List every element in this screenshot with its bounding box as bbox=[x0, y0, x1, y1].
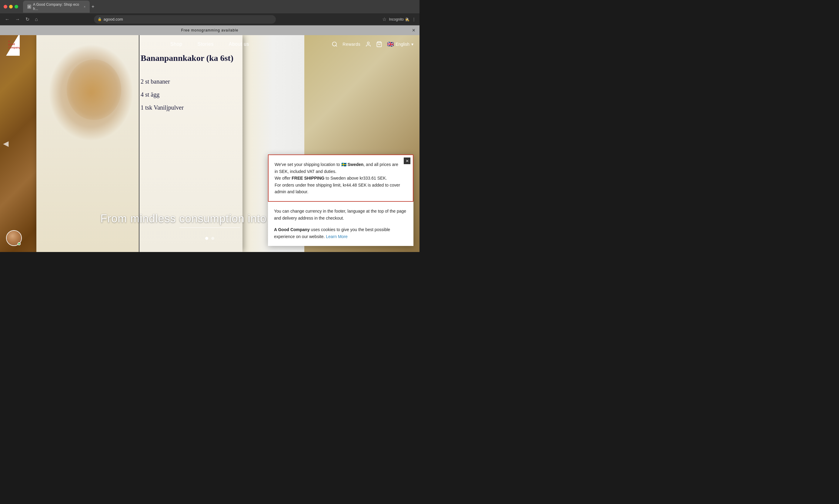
site-navigation: agoodcompany Shop Stories About us Rewar… bbox=[0, 35, 419, 53]
url-text: agood.com bbox=[104, 17, 123, 21]
cookie-company-name: A Good Company bbox=[274, 227, 310, 232]
svg-point-0 bbox=[333, 42, 336, 46]
shipping-text-1: We've set your shipping location to bbox=[275, 162, 340, 167]
nav-stories[interactable]: Stories bbox=[197, 41, 213, 47]
country-flag-emoji: 🇸🇪 bbox=[341, 162, 347, 167]
nav-links: Shop Stories About us bbox=[170, 41, 249, 47]
url-bar[interactable]: 🔒 agood.com bbox=[94, 15, 276, 24]
nav-right: Rewards 🇬🇧 English ▾ bbox=[332, 41, 414, 48]
top-banner: Free monogramming available × bbox=[0, 25, 419, 35]
tab-close-button[interactable]: × bbox=[84, 5, 86, 8]
site-content: Bananpannkakor (ka 6st) 2 st bananer 4 s… bbox=[0, 35, 419, 252]
handwriting-area: Bananpannkakor (ka 6st) 2 st bananer 4 s… bbox=[141, 53, 233, 111]
logo-wrapper[interactable]: agoodcompany bbox=[6, 35, 20, 56]
handwriting-title: Bananpannkakor (ka 6st) bbox=[141, 53, 233, 63]
popup-close-button[interactable]: ✕ bbox=[404, 158, 410, 164]
back-button[interactable]: ← bbox=[4, 15, 11, 23]
cart-button[interactable] bbox=[376, 41, 382, 47]
nav-shop[interactable]: Shop bbox=[170, 41, 182, 47]
rewards-button[interactable]: Rewards bbox=[343, 42, 361, 47]
free-shipping-label: FREE SHIPPING bbox=[292, 176, 324, 181]
address-bar: ← → ↻ ⌂ 🔒 agood.com ☆ Incognito 🕵 ⋮ bbox=[0, 13, 419, 25]
close-traffic-light[interactable] bbox=[4, 5, 7, 8]
traffic-lights bbox=[4, 5, 18, 8]
shipping-popup: ✕ We've set your shipping location to 🇸🇪… bbox=[268, 155, 414, 246]
currency-info-text: You can change currency in the footer, l… bbox=[274, 208, 407, 221]
logo-text: agoodcompany bbox=[8, 40, 20, 49]
slide-dots bbox=[205, 237, 214, 240]
bookmark-icon[interactable]: ☆ bbox=[382, 16, 386, 22]
banner-text: Free monogramming available bbox=[181, 28, 238, 32]
tab-title: A Good Company: Shop eco fr... bbox=[33, 2, 81, 11]
incognito-icon: 🕵 bbox=[405, 17, 409, 21]
country-name: Sweden bbox=[347, 162, 363, 167]
we-offer-text: We offer bbox=[275, 176, 292, 181]
logo-triangle: agoodcompany bbox=[6, 35, 20, 56]
coffee-stain-2 bbox=[67, 59, 121, 120]
tab-favicon: A bbox=[27, 4, 31, 9]
handwriting-line-2: 4 st ägg bbox=[141, 91, 233, 98]
hero-underline bbox=[179, 228, 240, 228]
address-bar-right: ☆ Incognito 🕵 ⋮ bbox=[382, 16, 416, 22]
forward-button[interactable]: → bbox=[14, 15, 21, 23]
slide-arrow-left[interactable]: ◀ bbox=[3, 139, 8, 148]
svg-point-2 bbox=[367, 42, 369, 44]
incognito-text: Incognito bbox=[389, 17, 404, 21]
lock-icon: 🔒 bbox=[98, 17, 102, 21]
reload-button[interactable]: ↻ bbox=[24, 15, 31, 23]
popup-bottom-section: You can change currency in the footer, l… bbox=[268, 202, 414, 246]
active-tab[interactable]: A A Good Company: Shop eco fr... × bbox=[23, 1, 90, 13]
tab-bar: A A Good Company: Shop eco fr... × + bbox=[23, 1, 416, 13]
free-shipping-text: to Sweden above kr333.61 SEK. bbox=[326, 176, 387, 181]
language-label: English bbox=[396, 42, 409, 47]
learn-more-link[interactable]: Learn More bbox=[326, 234, 348, 239]
minimize-traffic-light[interactable] bbox=[9, 5, 13, 8]
cookie-text: A Good Company uses cookies to give you … bbox=[274, 226, 407, 240]
incognito-badge: Incognito 🕵 bbox=[389, 17, 409, 21]
account-button[interactable] bbox=[365, 41, 371, 47]
slide-dot-1[interactable] bbox=[205, 237, 208, 240]
search-button[interactable] bbox=[332, 41, 338, 47]
popup-top-section: ✕ We've set your shipping location to 🇸🇪… bbox=[268, 155, 414, 202]
shipping-info-text: We've set your shipping location to 🇸🇪 S… bbox=[275, 161, 401, 195]
menu-icon[interactable]: ⋮ bbox=[412, 17, 416, 21]
language-button[interactable]: 🇬🇧 English ▾ bbox=[387, 41, 414, 48]
banner-close-button[interactable]: × bbox=[412, 28, 415, 33]
nav-about[interactable]: About us bbox=[229, 41, 249, 47]
browser-chrome: A A Good Company: Shop eco fr... × + bbox=[0, 0, 419, 13]
home-button[interactable]: ⌂ bbox=[34, 15, 39, 23]
handwriting-line-1: 2 st bananer bbox=[141, 78, 233, 85]
svg-line-1 bbox=[336, 46, 337, 47]
slide-dot-2[interactable] bbox=[211, 237, 214, 240]
maximize-traffic-light[interactable] bbox=[15, 5, 18, 8]
new-tab-button[interactable]: + bbox=[91, 4, 94, 10]
flag-icon: 🇬🇧 bbox=[387, 41, 394, 48]
under-limit-text: For orders under free shipping limit, kr… bbox=[275, 183, 400, 194]
handwriting-line-3: 1 tsk Vaniljpulver bbox=[141, 104, 233, 111]
chevron-down-icon: ▾ bbox=[411, 42, 414, 47]
online-indicator bbox=[18, 242, 21, 245]
